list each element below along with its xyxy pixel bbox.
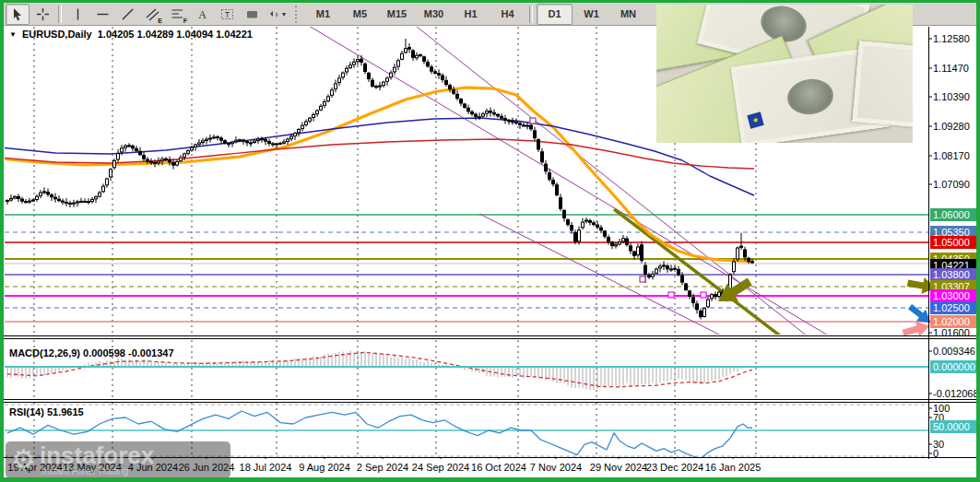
brand-name: instaforex [40,444,154,466]
timeframe-m1-button[interactable]: M1 [305,4,341,25]
equidistant-channel-tool-button[interactable]: E [140,4,164,25]
timeframe-w1-button[interactable]: W1 [573,4,609,25]
gear-logo-icon: ⚙ [11,446,36,474]
trendline-tool-button[interactable] [115,4,139,25]
text-tool-button[interactable]: A [190,4,214,25]
mt4-chart-window: EFAT▾M1M5M15M30H1H4D1W1MN ▼ EURUSD,Daily… [0,0,980,482]
rsi-indicator-label: RSI(14) 51.9615 [9,406,84,417]
window-border [0,477,980,482]
price-tick-label: 1.01600 [933,326,977,339]
window-border [0,0,980,3]
timeframe-mn-button[interactable]: MN [610,4,646,25]
price-level-badge: 1.02500 [930,301,976,314]
timeframe-h1-button[interactable]: H1 [453,4,489,25]
symbol-label: EURUSD,Daily [22,29,92,40]
price-level-badge: 1.03800 [930,268,976,281]
rsi-tick-label: 0 [933,447,977,460]
brand-tagline: Instant Forex Trading [41,466,154,476]
date-tick-label: 2 Sep 2024 [357,462,408,473]
macd-tick-label: -0.012068 [933,387,977,400]
macd-tick-label: 0.009346 [933,345,977,358]
price-tick-label: 1.07090 [933,178,977,191]
symbol-dropdown-icon[interactable]: ▼ [9,30,17,39]
price-tick-label: 1.09280 [933,120,977,133]
instaforex-watermark: ⚙ instaforex Instant Forex Trading [6,441,230,478]
date-tick-label: 18 Jul 2024 [240,462,292,473]
toolbar-separator [529,6,533,23]
price-level-badge: 1.05000 [930,236,976,249]
cursor-tool-button[interactable] [6,4,30,25]
price-level-badge: 1.03000 [930,289,976,302]
toolbar-grip [295,6,301,23]
date-tick-label: 23 Dec 2024 [646,462,703,473]
timeframe-m5-button[interactable]: M5 [342,4,378,25]
horizontal-line-tool-button[interactable] [90,4,114,25]
date-tick-label: 9 Aug 2024 [299,462,350,473]
text-label-tool-button[interactable]: T [215,4,239,25]
window-border [0,0,4,482]
arrows-tool-button[interactable]: ▾ [265,4,289,25]
money-photo: ★ ★ [656,5,913,143]
date-tick-label: 16 Oct 2024 [471,462,526,473]
toolbar-separator [58,6,62,23]
date-tick-label: 24 Sep 2024 [412,462,469,473]
crosshair-tool-button[interactable] [30,4,54,25]
price-tick-label: 1.10390 [933,90,977,103]
timeframe-m15-button[interactable]: M15 [379,4,415,25]
price-tick-label: 1.11470 [933,62,977,75]
portrait-oval [785,76,836,118]
macd-zero-badge: 0.000000 [930,360,976,373]
timeframe-d1-button[interactable]: D1 [537,4,573,25]
date-tick-label: 16 Jan 2025 [705,462,762,473]
date-tick-label: 7 Nov 2024 [530,462,582,473]
rsi-mid-badge: 50.0000 [930,420,976,433]
date-tick-label: 29 Nov 2024 [590,462,647,473]
dollar-banknote [852,41,913,130]
price-tick-label: 1.12580 [933,32,977,45]
price-level-badge: 1.02000 [930,315,976,328]
window-border [976,0,980,482]
vertical-line-tool-button[interactable] [65,4,89,25]
svg-text:A: A [198,8,207,21]
shapes-tool-button[interactable] [240,4,264,25]
timeframe-m30-button[interactable]: M30 [416,4,452,25]
fibonacci-retracement-tool-button[interactable]: F [165,4,189,25]
timeframe-h4-button[interactable]: H4 [490,4,525,25]
price-level-badge: 1.06000 [930,208,976,221]
svg-text:T: T [224,10,230,19]
ohlc-values: 1.04205 1.04289 1.04094 1.04221 [98,29,253,40]
symbol-ohlc-line: ▼ EURUSD,Daily 1.04205 1.04289 1.04094 1… [9,29,253,40]
macd-indicator-label: MACD(12,26,9) 0.000598 -0.001347 [9,347,174,359]
price-tick-label: 1.08170 [933,149,977,162]
